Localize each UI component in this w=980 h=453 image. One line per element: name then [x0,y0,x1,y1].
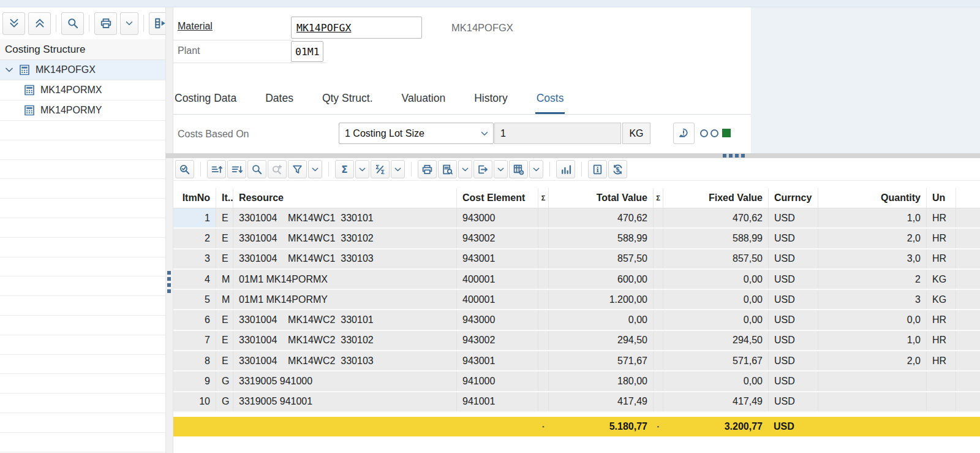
subtotal-button[interactable]: ΣΣ [371,160,390,178]
cell-cost_element[interactable]: 943002 [456,331,538,350]
views-button[interactable] [438,160,457,178]
cell-quantity[interactable]: 1,0 [818,331,926,350]
cell-it[interactable]: E [216,229,233,248]
cell-currency[interactable]: USD [768,310,818,329]
cell-itmno[interactable]: 8 [173,351,216,370]
cell-currency[interactable]: USD [768,208,818,227]
table-row-item-7[interactable]: 7E3301004 MK14WC2 330102943002294,50294,… [173,331,980,351]
cell-currency[interactable]: USD [768,351,818,370]
cell-sig2[interactable] [653,249,663,268]
more-tools-button[interactable] [149,12,165,35]
cell-currency[interactable]: USD [768,331,818,350]
print-button[interactable] [418,160,437,178]
cell-sig2[interactable] [653,371,663,390]
sort-descending-button[interactable] [227,160,246,178]
column-header-cost_element[interactable]: Cost Element [456,188,538,208]
cell-un[interactable] [926,392,956,411]
details-button[interactable] [175,160,194,178]
collapse-all-button[interactable] [2,12,25,35]
cell-quantity[interactable] [818,417,926,436]
cell-sig1[interactable] [538,310,548,329]
cell-sig1[interactable] [538,249,548,268]
cell-sig1[interactable] [538,229,548,248]
cell-currency[interactable]: USD [768,290,818,309]
tab-valuation[interactable]: Valuation [401,86,447,114]
sort-ascending-button[interactable] [207,160,226,178]
tree-item-mk14pormy[interactable]: MK14PORMY [0,101,165,121]
cell-currency[interactable]: USD [768,371,818,390]
lot-size-value-field[interactable]: 1 [494,123,621,144]
find-button[interactable] [247,160,266,178]
cell-sig1[interactable] [538,392,548,411]
cell-sig1[interactable] [538,331,548,350]
cell-fixed_value[interactable]: 0,00 [663,290,768,309]
tree-item-mk14pormx[interactable]: MK14PORMX [0,80,165,101]
search-button[interactable] [61,12,84,35]
cell-un[interactable] [926,417,956,436]
views-dropdown-button[interactable] [458,160,472,178]
cell-it[interactable] [216,417,233,436]
cell-itmno[interactable]: 3 [173,249,216,268]
cell-fixed_value[interactable]: 0,00 [663,310,768,329]
cell-resource[interactable]: 3301004 MK14WC1 330102 [233,229,456,248]
horizontal-splitter[interactable] [165,153,980,158]
cell-currency[interactable]: USD [768,417,818,436]
cell-itmno[interactable]: 4 [173,270,216,289]
cell-resource[interactable]: 3301004 MK14WC2 330103 [233,351,456,370]
cell-fixed_value[interactable]: 0,00 [663,371,768,390]
total-button[interactable]: Σ [335,160,354,178]
cell-it[interactable]: E [216,249,233,268]
cell-sig2[interactable] [653,310,663,329]
cell-sig2[interactable] [653,229,663,248]
cell-cost_element[interactable]: 943001 [456,351,538,370]
cell-un[interactable]: HR [926,310,956,329]
expand-all-button[interactable] [28,12,51,35]
cell-total_value[interactable]: 5.180,77 [548,417,653,436]
cell-fixed_value[interactable]: 857,50 [663,249,768,268]
column-header-it[interactable]: It.. [216,188,233,208]
cell-quantity[interactable] [818,392,926,411]
cell-sig2[interactable]: ▪ [653,417,663,436]
cell-fixed_value[interactable]: 470,62 [663,208,768,227]
cell-total_value[interactable]: 1.200,00 [548,290,653,309]
cell-sig2[interactable] [653,351,663,370]
cell-currency[interactable]: USD [768,229,818,248]
cell-resource[interactable]: 3301004 MK14WC1 330103 [233,249,456,268]
cell-it[interactable]: E [216,208,233,227]
column-header-un[interactable]: Un [926,188,956,208]
tab-costing-data[interactable]: Costing Data [173,86,238,114]
table-row-item-1[interactable]: 1E3301004 MK14WC1 330101943000470,62470,… [173,208,980,229]
table-row-item-9[interactable]: 9G3319005 941000941000180,000,00USD [173,371,980,392]
cell-it[interactable]: E [216,331,233,350]
tree-item-mk14pofgx[interactable]: MK14POFGX [0,60,165,80]
cell-cost_element[interactable]: 943001 [456,249,538,268]
cell-quantity[interactable]: 3 [818,290,926,309]
table-total-row[interactable]: ▪5.180,77▪3.200,77USD [173,417,980,436]
cell-sig1[interactable] [538,290,548,309]
vertical-splitter[interactable] [165,7,173,453]
layout-button[interactable] [509,160,528,178]
cell-resource[interactable]: 3319005 941001 [233,392,456,411]
chevron-down-icon[interactable] [4,64,15,75]
subtotal-dropdown-button[interactable] [391,160,405,178]
cell-it[interactable]: G [216,371,233,390]
cell-itmno[interactable]: 10 [173,392,216,411]
horizontal-splitter-handle[interactable] [723,154,745,158]
cell-un[interactable]: HR [926,249,956,268]
cell-currency[interactable]: USD [768,392,818,411]
table-row-item-3[interactable]: 3E3301004 MK14WC1 330103943001857,50857,… [173,249,980,270]
column-header-sig2[interactable]: Σ [653,188,663,208]
cell-sig1[interactable] [538,351,548,370]
cell-it[interactable]: E [216,310,233,329]
tab-history[interactable]: History [473,86,508,114]
cell-itmno[interactable]: 7 [173,331,216,350]
plant-input[interactable] [291,41,323,62]
cell-fixed_value[interactable]: 0,00 [663,270,768,289]
cell-cost_element[interactable]: 400001 [456,270,538,289]
cell-itmno[interactable]: 2 [173,229,216,248]
table-row-item-6[interactable]: 6E3301004 MK14WC2 3301019430000,000,00US… [173,310,980,330]
cell-quantity[interactable]: 2,0 [818,351,926,370]
total-dropdown-button[interactable] [355,160,369,178]
print-button[interactable] [94,12,117,35]
cell-quantity[interactable]: 2 [818,270,926,289]
